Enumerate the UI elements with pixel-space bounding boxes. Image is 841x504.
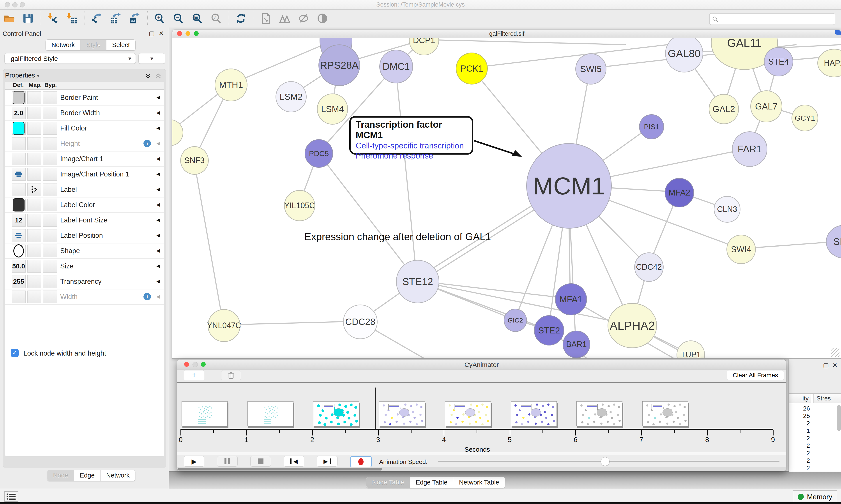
expand-row-icon[interactable]: ◀ — [156, 202, 160, 208]
mapping-cell[interactable] — [28, 290, 41, 303]
default-value-cell[interactable]: 50.0 — [12, 260, 25, 273]
expand-row-icon[interactable]: ◀ — [156, 278, 160, 284]
network-node-gcy1[interactable]: GCY1 — [791, 105, 818, 131]
info-icon[interactable]: i — [143, 293, 151, 300]
annotation-link-2[interactable]: Pheromone response — [356, 151, 467, 161]
mapping-cell[interactable] — [28, 122, 41, 134]
contrast-icon[interactable] — [316, 12, 328, 24]
zoom-fit-icon[interactable]: ▣ — [191, 12, 203, 24]
tab-network[interactable]: Network — [46, 40, 80, 50]
property-row-label-font-size[interactable]: 12Label Font Size◀ — [5, 213, 164, 228]
default-value-cell[interactable] — [12, 199, 25, 211]
zoom-in-icon[interactable]: + — [153, 12, 165, 24]
table-cell[interactable]: 2 — [789, 457, 810, 464]
tab-node-table[interactable]: Node Table — [366, 477, 410, 488]
float-panel-icon[interactable]: ▢ — [823, 362, 832, 369]
table-cell[interactable]: 1 — [789, 427, 810, 434]
export-table-icon[interactable] — [109, 12, 122, 24]
bypass-cell[interactable] — [43, 260, 57, 273]
frame-thumbnail-6[interactable] — [576, 401, 622, 426]
network-node-mfa2[interactable]: MFA2 — [665, 178, 694, 207]
stop-button[interactable] — [250, 456, 271, 467]
table-cell[interactable]: 26 — [789, 405, 810, 412]
network-node-mth1[interactable]: MTH1 — [215, 69, 248, 101]
network-node-rps28a[interactable]: RPS28A — [319, 44, 360, 86]
table-cell[interactable]: 25 — [789, 413, 810, 419]
network-node-cdc42[interactable]: CDC42 — [634, 252, 664, 282]
bypass-cell[interactable] — [43, 290, 57, 303]
pause-button[interactable] — [217, 456, 238, 467]
network-canvas[interactable]: RPS28ADMC1DCP1PCK1MTH1LSM2LSM4SNF3PDC5YI… — [172, 38, 841, 358]
network-node-dmc1[interactable]: DMC1 — [379, 50, 413, 84]
save-session-icon[interactable] — [22, 12, 34, 24]
expand-row-icon[interactable]: ◀ — [156, 217, 160, 223]
bypass-cell[interactable] — [43, 137, 57, 150]
table-cell[interactable]: 2 — [789, 442, 810, 449]
bypass-cell[interactable] — [43, 152, 57, 165]
resize-gripper-icon[interactable] — [831, 348, 839, 357]
task-history-button[interactable] — [4, 491, 18, 502]
open-session-icon[interactable] — [3, 12, 15, 24]
table-cell[interactable]: 2 — [789, 435, 810, 442]
tab-edge-table[interactable]: Edge Table — [410, 477, 453, 488]
network-node-alpha2[interactable]: ALPHA2 — [608, 303, 657, 348]
annotation-box[interactable]: Transcription factor MCM1 Cell-type-spec… — [349, 116, 473, 155]
info-icon[interactable]: i — [143, 140, 151, 147]
default-value-cell[interactable]: 12 — [12, 214, 25, 227]
column-header[interactable]: ity — [789, 394, 811, 403]
float-panel-icon[interactable]: ▢ — [149, 30, 155, 37]
expand-row-icon[interactable]: ◀ — [156, 141, 160, 146]
bypass-cell[interactable] — [43, 275, 57, 288]
mapping-cell[interactable] — [28, 91, 41, 104]
expand-row-icon[interactable]: ◀ — [156, 171, 160, 177]
import-network-icon[interactable] — [47, 12, 59, 24]
overview-icon[interactable] — [279, 12, 291, 24]
network-node-lsm2[interactable]: LSM2 — [275, 81, 307, 112]
default-value-cell[interactable] — [12, 168, 25, 181]
search-field[interactable] — [709, 13, 835, 25]
bypass-cell[interactable] — [43, 107, 57, 119]
network-node-gic2[interactable]: GIC2 — [504, 309, 527, 332]
annotation-link-1[interactable]: Cell-type-specific transcription — [356, 141, 467, 150]
vertical-scrollbar[interactable] — [837, 405, 841, 431]
record-button[interactable] — [350, 456, 372, 467]
cyanimator-timeline[interactable]: 0123456789 Seconds — [177, 383, 786, 452]
mapping-cell[interactable] — [28, 229, 41, 242]
expand-row-icon[interactable]: ◀ — [156, 94, 160, 100]
default-value-cell[interactable] — [12, 91, 25, 104]
tab-network-table[interactable]: Network Table — [453, 477, 505, 488]
default-value-cell[interactable] — [12, 229, 25, 242]
bypass-cell[interactable] — [43, 183, 57, 196]
bypass-cell[interactable] — [43, 168, 57, 181]
mapping-cell[interactable] — [28, 199, 41, 211]
network-node-snf3[interactable]: SNF3 — [180, 146, 209, 175]
property-row-label-color[interactable]: Label Color◀ — [5, 197, 164, 213]
expand-row-icon[interactable]: ◀ — [156, 263, 160, 269]
network-file-icon[interactable] — [260, 12, 272, 24]
style-options-button[interactable]: ▾ — [139, 53, 165, 64]
search-input[interactable] — [720, 15, 833, 23]
property-row-height[interactable]: Heighti◀ — [5, 136, 164, 151]
default-value-cell[interactable] — [12, 137, 25, 150]
property-row-fill-color[interactable]: Fill Color◀ — [5, 121, 164, 136]
property-row-label-position[interactable]: Label Position◀ — [5, 228, 164, 244]
table-cell[interactable]: 2 — [789, 465, 810, 472]
slider-thumb[interactable] — [601, 457, 609, 466]
memory-button[interactable]: Memory — [793, 490, 837, 503]
property-row-size[interactable]: 50.0Size◀ — [5, 259, 164, 274]
cyanimator-titlebar[interactable]: CyAnimator — [177, 360, 786, 370]
tab-edge[interactable]: Edge — [74, 470, 101, 481]
network-node-pis1[interactable]: PIS1 — [639, 114, 664, 139]
expand-row-icon[interactable]: ◀ — [156, 186, 160, 192]
property-row-border-width[interactable]: 2.0Border Width◀ — [5, 106, 164, 121]
property-row-image-chart-position-1[interactable]: Image/Chart Position 1◀ — [5, 167, 164, 182]
default-value-cell[interactable]: 2.0 — [12, 107, 25, 119]
table-cell[interactable]: 2 — [789, 450, 810, 457]
network-node-swi5[interactable]: SWI5 — [575, 53, 606, 85]
network-node-ste4[interactable]: STE4 — [764, 47, 793, 76]
mapping-cell[interactable] — [28, 275, 41, 288]
clear-all-frames-button[interactable]: Clear All Frames — [727, 370, 784, 380]
bypass-cell[interactable] — [43, 122, 57, 134]
expand-all-icon[interactable] — [144, 72, 152, 82]
tab-select[interactable]: Select — [106, 40, 136, 50]
